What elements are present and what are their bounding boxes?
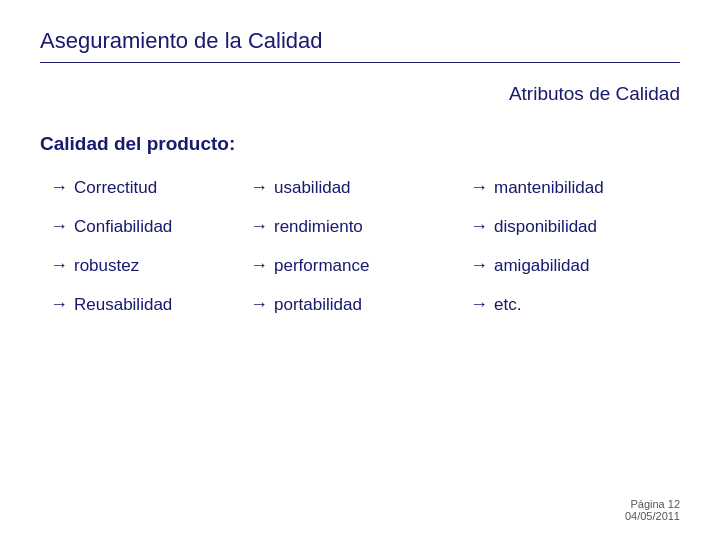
attr-cell-rendimiento: → rendimiento [250, 216, 470, 237]
slide-title: Aseguramiento de la Calidad [40, 28, 680, 54]
footer-date: 04/05/2011 [625, 510, 680, 522]
attr-cell-performance: → performance [250, 255, 470, 276]
attr-label: rendimiento [274, 217, 363, 237]
attr-cell-robustez: → robustez [50, 255, 250, 276]
arrow-icon: → [470, 216, 488, 237]
attr-label: Reusabilidad [74, 295, 172, 315]
attr-cell-portabilidad: → portabilidad [250, 294, 470, 315]
title-divider [40, 62, 680, 63]
attr-cell-mantenibilidad: → mantenibilidad [470, 177, 710, 198]
arrow-icon: → [50, 294, 68, 315]
arrow-icon: → [250, 294, 268, 315]
attr-label: Confiabilidad [74, 217, 172, 237]
attr-label: Correctitud [74, 178, 157, 198]
attr-cell-confiabilidad: → Confiabilidad [50, 216, 250, 237]
arrow-icon: → [50, 216, 68, 237]
attr-label: mantenibilidad [494, 178, 604, 198]
attr-cell-usabilidad: → usabilidad [250, 177, 470, 198]
attr-label: usabilidad [274, 178, 351, 198]
attributes-grid: → Correctitud → usabilidad → mantenibili… [50, 177, 680, 315]
arrow-icon: → [50, 177, 68, 198]
footer-page: Página 12 [625, 498, 680, 510]
section-title: Calidad del producto: [40, 133, 680, 155]
attr-label: portabilidad [274, 295, 362, 315]
arrow-icon: → [470, 255, 488, 276]
attr-label: amigabilidad [494, 256, 589, 276]
attr-cell-disponibilidad: → disponibilidad [470, 216, 710, 237]
arrow-icon: → [50, 255, 68, 276]
attr-label: performance [274, 256, 369, 276]
attr-label: disponibilidad [494, 217, 597, 237]
arrow-icon: → [250, 177, 268, 198]
slide-container: Aseguramiento de la Calidad Atributos de… [0, 0, 720, 540]
attr-label: etc. [494, 295, 521, 315]
arrow-icon: → [470, 294, 488, 315]
arrow-icon: → [250, 255, 268, 276]
attr-cell-reusabilidad: → Reusabilidad [50, 294, 250, 315]
attr-cell-correctitud: → Correctitud [50, 177, 250, 198]
attr-label: robustez [74, 256, 139, 276]
arrow-icon: → [250, 216, 268, 237]
attr-cell-etc: → etc. [470, 294, 710, 315]
arrow-icon: → [470, 177, 488, 198]
slide-subtitle: Atributos de Calidad [40, 83, 680, 105]
slide-footer: Página 12 04/05/2011 [625, 498, 680, 522]
attr-cell-amigabilidad: → amigabilidad [470, 255, 710, 276]
